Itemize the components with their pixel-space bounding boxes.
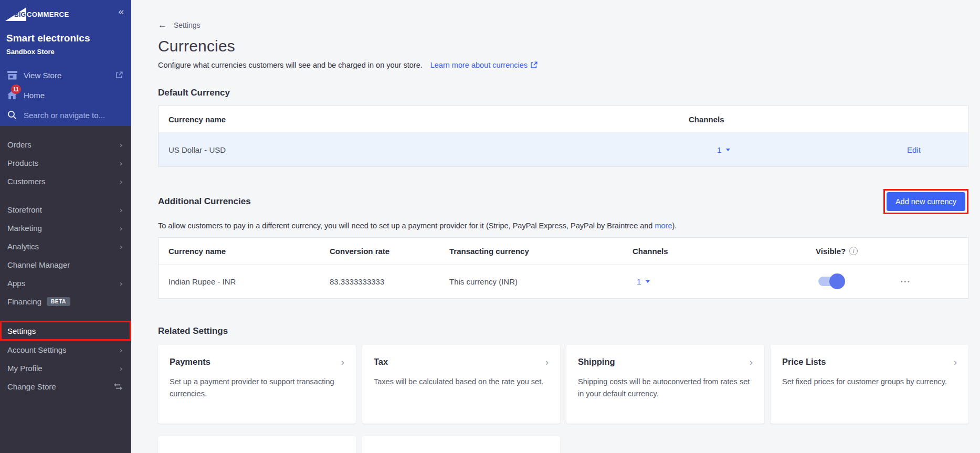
switch-store-icon xyxy=(114,383,122,390)
sidebar-item-account-settings[interactable]: Account Settings › xyxy=(0,341,131,359)
card-price-lists[interactable]: Price Lists › Set fixed prices for custo… xyxy=(771,345,968,424)
card-payments[interactable]: Payments › Set up a payment provider to … xyxy=(158,345,356,424)
store-type-label: Sandbox Store xyxy=(6,48,131,56)
sidebar-item-orders[interactable]: Orders › xyxy=(0,135,131,154)
external-link-icon xyxy=(115,71,123,79)
channels-dropdown[interactable]: 1 xyxy=(633,277,816,286)
learn-more-link[interactable]: Learn more about currencies xyxy=(430,61,538,69)
intro-text: To allow customers to pay in a different… xyxy=(158,222,655,230)
currency-name-cell: US Dollar - USD xyxy=(159,145,689,154)
sidebar-nav: Orders › Products › Customers › Storefro… xyxy=(0,126,131,396)
card-description: Set fixed prices for customer groups by … xyxy=(782,376,957,388)
sidebar-item-my-profile[interactable]: My Profile › xyxy=(0,359,131,377)
column-transacting-currency: Transacting currency xyxy=(449,247,633,256)
row-actions-menu[interactable]: ••• xyxy=(900,279,968,285)
nav-label: Analytics xyxy=(7,242,39,251)
page-title: Currencies xyxy=(158,37,968,55)
nav-label: Apps xyxy=(7,279,25,288)
nav-label: Account Settings xyxy=(7,345,67,354)
sidebar-item-marketing[interactable]: Marketing › xyxy=(0,219,131,237)
add-new-currency-button[interactable]: Add new currency xyxy=(887,192,965,211)
nav-label: Customers xyxy=(7,177,46,186)
column-channels: Channels xyxy=(633,247,816,256)
storefront-icon xyxy=(6,71,18,80)
channels-count: 1 xyxy=(717,145,721,154)
card-tax[interactable]: Tax › Taxes will be calculated based on … xyxy=(362,345,560,424)
main-content: ← Settings Currencies Configure what cur… xyxy=(131,0,980,453)
chevron-right-icon: › xyxy=(120,279,122,287)
card-description: Set up a payment provider to support tra… xyxy=(170,376,344,401)
channels-dropdown[interactable]: 1 xyxy=(689,145,872,154)
chevron-right-icon: › xyxy=(750,358,753,366)
nav-label: Marketing xyxy=(7,224,42,233)
nav-label: Storefront xyxy=(7,205,42,214)
default-currency-table: Currency name Channels US Dollar - USD 1… xyxy=(158,106,968,167)
column-currency-name: Currency name xyxy=(159,115,689,124)
more-link[interactable]: more xyxy=(655,222,672,230)
additional-currencies-intro: To allow customers to pay in a different… xyxy=(158,222,968,230)
beta-badge: BETA xyxy=(47,297,70,306)
bigcommerce-logo: BIG COMMERCE xyxy=(5,7,84,21)
sidebar-item-customers[interactable]: Customers › xyxy=(0,172,131,191)
home-link[interactable]: 11 Home xyxy=(0,85,131,105)
nav-label: Orders xyxy=(7,140,31,149)
transacting-currency-cell: This currency (INR) xyxy=(449,277,633,286)
chevron-right-icon: › xyxy=(120,346,122,354)
info-icon[interactable]: i xyxy=(849,247,858,255)
sidebar-item-analytics[interactable]: Analytics › xyxy=(0,237,131,256)
sidebar-item-channel-manager[interactable]: Channel Manager xyxy=(0,256,131,274)
card-description: Shipping costs will be autoconverted fro… xyxy=(578,376,753,401)
view-store-link[interactable]: View Store xyxy=(0,65,131,85)
caret-down-icon xyxy=(646,280,650,283)
external-link-icon xyxy=(530,61,538,69)
card-partial[interactable] xyxy=(158,436,356,453)
logo-text-big: BIG xyxy=(14,11,26,18)
sidebar-item-storefront[interactable]: Storefront › xyxy=(0,201,131,219)
nav-label: Channel Manager xyxy=(7,260,70,269)
page-subtitle: Configure what currencies customers will… xyxy=(158,61,423,69)
learn-more-label: Learn more about currencies xyxy=(430,61,528,69)
column-channels: Channels xyxy=(689,115,872,124)
sidebar-item-financing[interactable]: Financing BETA xyxy=(0,292,131,311)
sidebar-item-products[interactable]: Products › xyxy=(0,154,131,172)
card-title: Tax xyxy=(374,357,388,367)
chevron-right-icon: › xyxy=(954,358,957,366)
card-shipping[interactable]: Shipping › Shipping costs will be autoco… xyxy=(566,345,764,424)
card-title: Shipping xyxy=(578,357,615,367)
sidebar-item-change-store[interactable]: Change Store xyxy=(0,377,131,396)
store-name: Smart electronics xyxy=(6,33,131,44)
breadcrumb-settings-link[interactable]: Settings xyxy=(174,21,201,29)
table-header-row: Currency name Conversion rate Transactin… xyxy=(159,238,968,265)
search-input[interactable]: Search or navigate to... xyxy=(0,105,131,125)
card-title: Price Lists xyxy=(782,357,826,367)
chevron-right-icon: › xyxy=(545,358,549,366)
card-partial[interactable] xyxy=(362,436,560,453)
back-arrow-icon[interactable]: ← xyxy=(158,22,167,29)
chevron-right-icon: › xyxy=(120,364,122,372)
edit-link[interactable]: Edit xyxy=(907,145,921,154)
intro-text-end: ). xyxy=(672,222,677,230)
view-store-label: View Store xyxy=(24,71,61,80)
conversion-rate-cell: 83.3333333333 xyxy=(330,277,449,286)
chevron-right-icon: › xyxy=(120,206,122,214)
sidebar-item-settings[interactable]: Settings xyxy=(0,321,131,341)
sidebar-collapse-icon[interactable]: « xyxy=(118,6,124,17)
chevron-right-icon: › xyxy=(120,243,122,250)
sidebar-top-section: BIG COMMERCE « Smart electronics Sandbox… xyxy=(0,0,131,126)
additional-currencies-table: Currency name Conversion rate Transactin… xyxy=(158,237,968,299)
home-label: Home xyxy=(24,91,45,100)
toggle-knob xyxy=(829,273,845,289)
caret-down-icon xyxy=(726,149,730,151)
visible-toggle-on[interactable] xyxy=(818,277,840,286)
column-conversion-rate: Conversion rate xyxy=(330,247,449,256)
sidebar-item-apps[interactable]: Apps › xyxy=(0,274,131,292)
table-row: US Dollar - USD 1 Edit xyxy=(159,133,968,166)
chevron-right-icon: › xyxy=(120,177,122,185)
table-row: Indian Rupee - INR 83.3333333333 This cu… xyxy=(159,265,968,298)
nav-label: Products xyxy=(7,159,38,167)
chevron-right-icon: › xyxy=(341,358,344,366)
notification-badge: 11 xyxy=(11,85,21,94)
sidebar: BIG COMMERCE « Smart electronics Sandbox… xyxy=(0,0,131,453)
search-placeholder: Search or navigate to... xyxy=(24,111,105,120)
column-currency-name: Currency name xyxy=(159,247,330,256)
